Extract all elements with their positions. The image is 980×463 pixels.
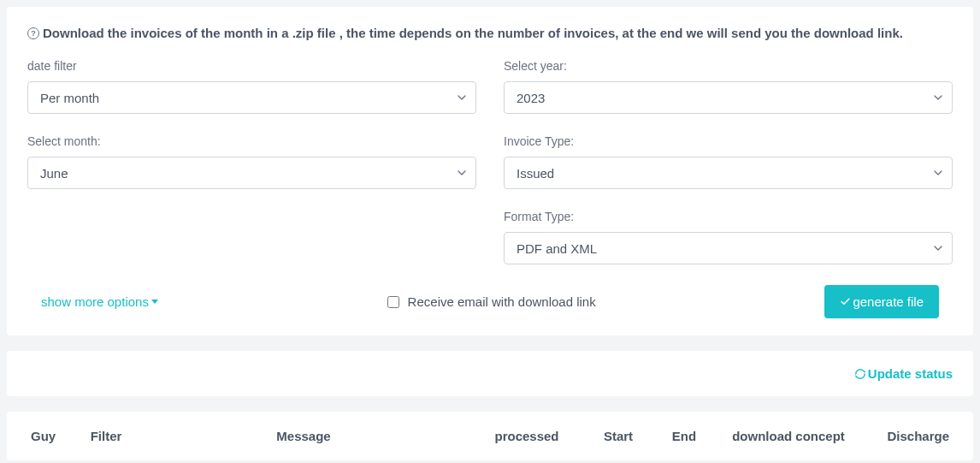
info-text: Download the invoices of the month in a … bbox=[43, 24, 903, 42]
status-card: Update status bbox=[7, 351, 973, 396]
date-filter-select[interactable]: Per month bbox=[27, 81, 476, 114]
invoice-type-label: Invoice Type: bbox=[504, 134, 953, 148]
table-header-discharge: Discharge bbox=[867, 429, 953, 443]
select-month-label: Select month: bbox=[27, 134, 476, 148]
receive-email-checkbox[interactable] bbox=[387, 296, 399, 308]
select-month-group: Select month: June bbox=[27, 134, 476, 189]
table-header-message: Message bbox=[142, 429, 465, 443]
update-status-link[interactable]: Update status bbox=[854, 366, 953, 381]
format-type-select[interactable]: PDF and XML bbox=[504, 232, 953, 264]
invoice-type-group: Invoice Type: Issued bbox=[504, 134, 953, 189]
refresh-icon bbox=[854, 368, 866, 380]
help-icon[interactable]: ? bbox=[27, 27, 39, 39]
caret-down-icon bbox=[151, 300, 158, 304]
generate-file-label: generate file bbox=[853, 294, 924, 309]
download-form-card: ? Download the invoices of the month in … bbox=[7, 7, 973, 335]
generate-file-button[interactable]: generate file bbox=[824, 285, 939, 318]
table-card: Guy Filter Message processed Start End d… bbox=[7, 412, 973, 460]
update-status-label: Update status bbox=[868, 366, 953, 381]
table-header-filter: Filter bbox=[80, 429, 132, 443]
table-header-guy: Guy bbox=[27, 429, 70, 443]
show-more-options-link[interactable]: show more options bbox=[41, 294, 158, 309]
show-more-label: show more options bbox=[41, 294, 149, 309]
table-header-row: Guy Filter Message processed Start End d… bbox=[27, 429, 953, 443]
info-row: ? Download the invoices of the month in … bbox=[27, 24, 953, 42]
select-year-group: Select year: 2023 bbox=[504, 59, 953, 114]
date-filter-label: date filter bbox=[27, 59, 476, 73]
invoice-type-select[interactable]: Issued bbox=[504, 157, 953, 189]
actions-row: show more options Receive email with dow… bbox=[27, 285, 953, 318]
format-type-group: Format Type: PDF and XML bbox=[504, 210, 953, 264]
select-year-label: Select year: bbox=[504, 59, 953, 73]
receive-email-label: Receive email with download link bbox=[408, 294, 596, 309]
receive-email-checkbox-group[interactable]: Receive email with download link bbox=[387, 294, 596, 309]
table-header-end: End bbox=[658, 429, 710, 443]
table-header-processed: processed bbox=[475, 429, 578, 443]
form-grid: date filter Per month Select year: 2023 … bbox=[27, 59, 953, 264]
select-month-select[interactable]: June bbox=[27, 157, 476, 189]
table-header-start: Start bbox=[588, 429, 648, 443]
format-type-label: Format Type: bbox=[504, 210, 953, 223]
check-icon bbox=[840, 296, 851, 307]
select-year-select[interactable]: 2023 bbox=[504, 81, 953, 114]
table-header-download: download concept bbox=[720, 429, 857, 443]
date-filter-group: date filter Per month bbox=[27, 59, 476, 114]
